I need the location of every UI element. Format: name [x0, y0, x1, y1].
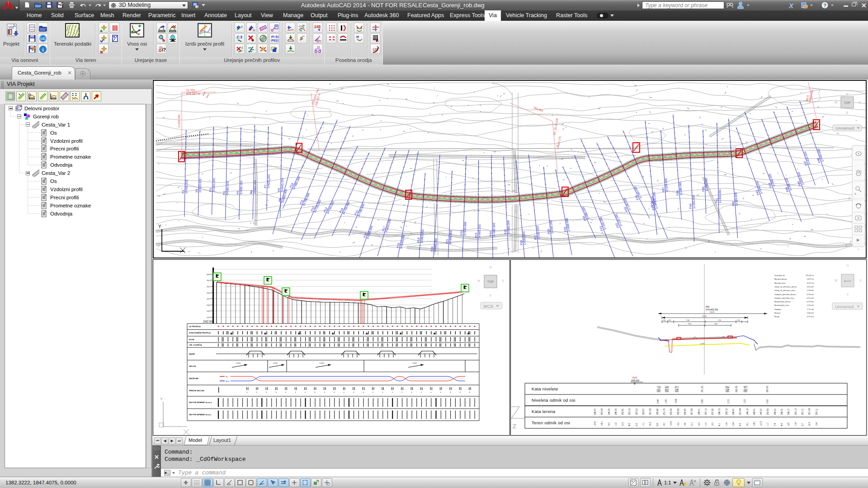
svg-text:0+000.000: 0+000.000 [178, 114, 180, 127]
svg-text:3.50: 3.50 [688, 323, 691, 325]
svg-text:-2.5: -2.5 [788, 422, 790, 426]
svg-text:E: E [860, 279, 862, 282]
svg-text:-15.5: -15.5 [594, 421, 596, 426]
svg-text:STACIONAŽA PROFILA: STACIONAŽA PROFILA [189, 332, 211, 334]
svg-text:Y: Y [158, 224, 161, 229]
svg-text:PREČNI SKLONI: PREČNI SKLONI [189, 389, 204, 392]
svg-text:Via: Via [8, 25, 14, 29]
svg-text:256.40: 256.40 [656, 408, 659, 415]
svg-text:P40: P40 [706, 306, 710, 308]
svg-text:PII13: PII13 [271, 38, 278, 42]
svg-text:248.000: 248.000 [631, 379, 639, 382]
svg-text:P5: P5 [236, 191, 239, 194]
svg-text:-8.1: -8.1 [746, 422, 749, 426]
svg-text:P39: P39 [689, 203, 693, 209]
svg-text:NAČELNE: NAČELNE [189, 377, 198, 380]
svg-text:0+500.000: 0+500.000 [184, 179, 188, 193]
svg-text:0+600.000: 0+600.000 [253, 180, 257, 194]
svg-text:P40: P40 [701, 186, 704, 192]
svg-text:WCS: WCS [483, 304, 493, 309]
svg-text:12.50: 12.50 [702, 315, 707, 317]
svg-text:-1.2: -1.2 [615, 422, 617, 426]
svg-text:P3: P3 [209, 188, 212, 192]
svg-text:6.6: 6.6 [656, 423, 659, 426]
svg-text:7.00: 7.00 [686, 319, 689, 321]
svg-text:2:3: 2:3 [236, 35, 242, 39]
svg-text:0.50%: 0.50% [273, 362, 278, 364]
svg-text:TOP: TOP [844, 101, 851, 104]
svg-text:252.41: 252.41 [622, 408, 624, 415]
svg-text:P7: P7 [264, 184, 267, 188]
svg-text:-14.1: -14.1 [753, 421, 755, 426]
svg-text:P6: P6 [250, 190, 253, 193]
svg-text:5.2: 5.2 [636, 423, 638, 426]
svg-text:1+280.000: 1+280.000 [704, 178, 708, 192]
svg-text:0+520.000: 0+520.000 [198, 178, 202, 192]
svg-text:268: 268 [207, 273, 210, 276]
svg-text:252.57: 252.57 [642, 408, 645, 415]
svg-text:-3.2: -3.2 [677, 422, 679, 426]
svg-text:255.97: 255.97 [760, 408, 762, 415]
svg-text:249.90: 249.90 [608, 408, 610, 415]
svg-text:0+960.000: 0+960.000 [492, 222, 495, 236]
svg-text:SM POD APARAT (leva-): SM POD APARAT (leva-) [189, 413, 212, 416]
svg-text:254.41: 254.41 [727, 386, 730, 392]
svg-text:249.31: 249.31 [781, 408, 783, 415]
svg-text:Kata terena: Kata terena [532, 409, 556, 414]
svg-text:SM POD APARAT (leva+): SM POD APARAT (leva+) [189, 401, 212, 404]
svg-text:1.00: 1.00 [662, 319, 665, 321]
svg-text:4.15 m2: 4.15 m2 [807, 315, 814, 318]
svg-text:-14.1: -14.1 [601, 421, 603, 426]
svg-text:-5.4: -5.4 [732, 422, 735, 426]
svg-text:E: E [859, 101, 861, 104]
svg-text:1.55: 1.55 [665, 399, 667, 404]
svg-text:248.30: 248.30 [615, 408, 617, 415]
svg-text:11.701: 11.701 [186, 89, 195, 92]
svg-text:-4.0%: -4.0% [700, 343, 705, 345]
svg-text:Unnamed: Unnamed [835, 304, 854, 309]
svg-text:1.50: 1.50 [718, 319, 721, 321]
svg-text:Y: Y [160, 397, 163, 401]
svg-text:-10.3: -10.3 [760, 421, 762, 426]
svg-text:0+900.000: 0+900.000 [448, 230, 452, 244]
svg-text:P2: P2 [195, 188, 198, 192]
svg-text:257.98: 257.98 [649, 408, 651, 415]
svg-text:2.671 m: 2.671 m [807, 278, 814, 280]
svg-text:1.00: 1.00 [737, 319, 740, 321]
svg-text:253.00: 253.00 [636, 408, 638, 415]
svg-text:Tampon_plocnika_desno: Tampon_plocnika_desno [774, 293, 796, 296]
svg-text:244: 244 [207, 316, 210, 319]
svg-text:0.50%: 0.50% [412, 362, 417, 364]
svg-text:15.9: 15.9 [649, 422, 651, 426]
svg-text:1.80 m2: 1.80 m2 [807, 312, 814, 314]
svg-text:252: 252 [207, 298, 210, 300]
svg-text:0+540.000: 0+540.000 [212, 178, 216, 192]
svg-text:-7.4: -7.4 [726, 422, 728, 426]
svg-text:7.4: 7.4 [774, 423, 776, 426]
svg-text:0.74 m2: 0.74 m2 [807, 300, 814, 303]
svg-text:253.28: 253.28 [601, 408, 603, 415]
svg-text:-3.3: -3.3 [712, 422, 714, 426]
svg-text:255.66: 255.66 [677, 408, 679, 415]
svg-text:12.3: 12.3 [808, 422, 811, 426]
svg-text:Izkop_za_drenazo_desno: Izkop_za_drenazo_desno [774, 286, 797, 288]
svg-text:Terenljev tla: Terenljev tla [774, 274, 785, 277]
svg-text:Brezilna levo: Brezilna levo [774, 282, 786, 284]
svg-text:255.55: 255.55 [736, 386, 738, 392]
svg-text:242:00: 242:00 [203, 320, 212, 323]
svg-text:LIC: LIC [41, 37, 46, 40]
svg-text:1+300.000: 1+300.000 [718, 189, 722, 203]
svg-text:Izkop_za_drenazo_levo: Izkop_za_drenazo_levo [774, 289, 795, 291]
svg-text:0+580.000: 0+580.000 [240, 180, 243, 194]
svg-text:250.11: 250.11 [816, 408, 818, 415]
svg-text:P23: P23 [474, 233, 477, 238]
svg-text:4.6: 4.6 [781, 423, 783, 426]
svg-text:-1.0: -1.0 [705, 422, 707, 426]
svg-text:-8.7: -8.7 [663, 422, 665, 426]
svg-text:1.23: 1.23 [744, 399, 746, 404]
svg-text:257.10: 257.10 [705, 408, 707, 415]
svg-text:M: M [253, 29, 255, 32]
svg-text:-7.1: -7.1 [642, 422, 645, 426]
svg-text:VIŠ. VOZIŠČA: VIŠ. VOZIŠČA [189, 344, 202, 346]
svg-text:11.1: 11.1 [691, 422, 693, 426]
